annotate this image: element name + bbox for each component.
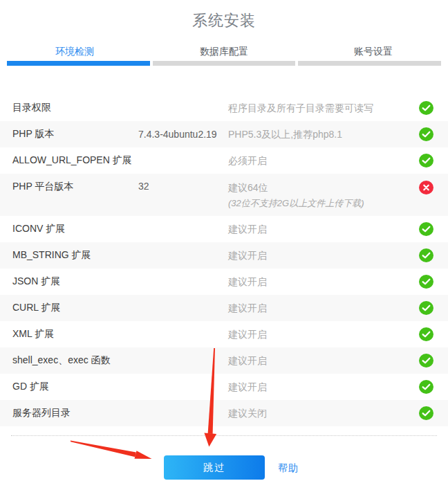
status-badge [419,222,436,236]
check-item-label: ALLOW_URL_FOPEN 扩展 [12,154,138,167]
table-row: 目录权限程序目录及所有子目录需要可读写 [0,95,448,121]
status-pass-icon [419,354,433,368]
check-item-label: JSON 扩展 [12,275,138,288]
check-item-requirement: 建议开启 [228,248,419,262]
tab-environment-check[interactable]: 环境检测 [0,43,149,61]
status-badge [419,275,436,289]
status-pass-icon [419,222,433,236]
status-badge [419,181,436,194]
table-row: PHP 平台版本32建议64位(32位不支持2G以上文件上传下载) [0,174,448,216]
progress-segment [153,61,296,66]
check-item-label: CURL 扩展 [12,302,138,314]
page-title: 系统安装 [0,10,448,31]
status-badge [419,406,436,420]
check-item-label: ICONV 扩展 [12,223,138,235]
check-item-label: shell_exec、exec 函数 [12,354,138,367]
table-row: CURL 扩展建议开启 [0,295,448,321]
check-item-requirement: 建议开启 [228,327,419,341]
footer-divider [11,435,437,436]
tab-account-settings[interactable]: 账号设置 [299,43,448,61]
status-pass-icon [419,127,433,141]
check-item-note: (32位不支持2G以上文件上传下载) [228,197,419,210]
table-row: ICONV 扩展建议开启 [0,216,448,242]
status-pass-icon [419,380,433,394]
check-item-label: XML 扩展 [12,328,138,341]
check-item-label: 目录权限 [12,102,138,114]
status-pass-icon [419,275,433,289]
status-pass-icon [419,327,433,341]
skip-button[interactable]: 跳过 [164,455,265,480]
table-row: ALLOW_URL_FOPEN 扩展必须开启 [0,147,448,174]
table-row: XML 扩展建议开启 [0,321,448,347]
check-item-value: 7.4.3-4ubuntu2.19 [138,129,228,140]
status-badge [419,354,436,368]
tab-database-config[interactable]: 数据库配置 [149,43,299,61]
environment-check-table: 目录权限程序目录及所有子目录需要可读写PHP 版本7.4.3-4ubuntu2.… [0,95,448,426]
check-item-requirement: 建议开启 [228,354,419,368]
check-item-requirement: 建议开启 [228,222,419,236]
check-item-requirement: 必须开启 [228,154,419,167]
check-item-requirement: PHP5.3及以上,推荐php8.1 [228,127,419,141]
check-item-label: GD 扩展 [12,381,138,393]
check-item-requirement: 建议关闭 [228,406,419,420]
wizard-tabs: 环境检测 数据库配置 账号设置 [0,43,448,61]
status-pass-icon [419,154,433,167]
status-badge [419,327,436,341]
check-item-requirement: 建议开启 [228,380,419,394]
check-item-requirement: 建议开启 [228,301,419,315]
table-row: 服务器列目录建议关闭 [0,400,448,426]
status-pass-icon [419,248,433,262]
red-arrow-diagonal-icon [71,440,152,459]
table-row: shell_exec、exec 函数建议开启 [0,347,448,374]
table-row: PHP 版本7.4.3-4ubuntu2.19PHP5.3及以上,推荐php8.… [0,121,448,147]
status-pass-icon [419,301,433,315]
status-badge [419,248,436,262]
check-item-value: 32 [138,181,228,192]
wizard-progress-bar [7,61,441,66]
status-fail-icon [419,181,433,194]
status-badge [419,127,436,141]
check-item-requirement: 程序目录及所有子目录需要可读写 [228,101,419,115]
check-item-label: MB_STRING 扩展 [12,249,138,262]
progress-segment-active [7,61,150,66]
check-item-requirement: 建议开启 [228,275,419,289]
table-row: GD 扩展建议开启 [0,374,448,400]
status-badge [419,301,436,315]
check-item-label: 服务器列目录 [12,407,138,419]
tab-label: 环境检测 [55,46,94,57]
table-row: JSON 扩展建议开启 [0,269,448,295]
status-badge [419,380,436,394]
tab-label: 数据库配置 [200,46,248,57]
table-row: MB_STRING 扩展建议开启 [0,242,448,269]
check-item-label: PHP 版本 [12,128,138,140]
check-item-label: PHP 平台版本 [12,181,138,193]
progress-segment [298,61,441,66]
status-badge [419,101,436,115]
check-item-requirement: 建议64位(32位不支持2G以上文件上传下载) [228,181,419,210]
install-wizard-page: 系统安装 环境检测 数据库配置 账号设置 目录权限程序目录及所有子目录需要可读写… [0,0,448,490]
tab-label: 账号设置 [354,46,393,57]
status-pass-icon [419,406,433,420]
status-badge [419,154,436,167]
status-pass-icon [419,101,433,115]
help-link[interactable]: 帮助 [278,462,299,475]
